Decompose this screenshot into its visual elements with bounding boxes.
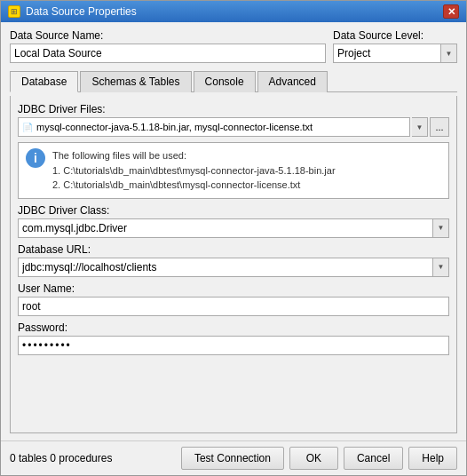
name-level-row: Data Source Name: Data Source Level: Pro… xyxy=(10,29,457,63)
level-dropdown-btn[interactable]: ▼ xyxy=(441,44,457,63)
cancel-button[interactable]: Cancel xyxy=(344,447,403,470)
bottom-bar: 0 tables 0 procedures Test Connection OK… xyxy=(1,440,466,475)
info-title: The following files will be used: xyxy=(52,148,336,163)
close-button[interactable]: ✕ xyxy=(443,4,459,19)
data-source-level-group: Data Source Level: Project Global ▼ xyxy=(333,29,457,63)
info-file2: 2. C:\tutorials\db_main\dbtest\mysql-con… xyxy=(52,178,336,193)
username-input[interactable] xyxy=(18,297,449,316)
chevron-down-icon: ▼ xyxy=(446,50,453,58)
ok-button[interactable]: OK xyxy=(289,447,338,470)
jdbc-class-dropdown-btn[interactable]: ▼ xyxy=(433,218,449,238)
password-section: Password: xyxy=(18,321,449,355)
title-bar: ⊞ Data Source Properties ✕ xyxy=(1,1,466,22)
chevron-down-icon: ▼ xyxy=(438,263,445,271)
db-url-row: jdbc:mysql://localhost/clients ▼ xyxy=(18,258,449,277)
tab-advanced[interactable]: Advanced xyxy=(257,71,328,92)
tab-console[interactable]: Console xyxy=(194,71,256,92)
chevron-down-icon: ▼ xyxy=(416,123,423,131)
jdbc-file-value: mysql-connector-java-5.1.18-bin.jar, mys… xyxy=(36,122,313,132)
button-row: Test Connection OK Cancel Help xyxy=(181,447,457,470)
help-button[interactable]: Help xyxy=(408,447,457,470)
data-source-name-group: Data Source Name: xyxy=(10,29,326,63)
password-input[interactable] xyxy=(18,336,449,355)
jdbc-file-input: 📄 mysql-connector-java-5.1.18-bin.jar, m… xyxy=(18,117,410,137)
password-label: Password: xyxy=(18,321,449,334)
db-url-label: Database URL: xyxy=(18,243,449,256)
jdbc-files-section: JDBC Driver Files: 📄 mysql-connector-jav… xyxy=(18,103,449,137)
jdbc-files-dropdown-btn[interactable]: ▼ xyxy=(412,117,428,137)
jdbc-class-select[interactable]: com.mysql.jdbc.Driver xyxy=(18,218,433,238)
tab-bar: Database Schemas & Tables Console Advanc… xyxy=(10,70,457,92)
window-body: Data Source Name: Data Source Level: Pro… xyxy=(1,22,466,440)
status-text: 0 tables 0 procedures xyxy=(10,452,112,464)
db-url-select[interactable]: jdbc:mysql://localhost/clients xyxy=(18,258,433,277)
test-connection-button[interactable]: Test Connection xyxy=(181,447,284,470)
info-file1: 1. C:\tutorials\db_main\dbtest\mysql-con… xyxy=(52,163,336,178)
data-source-name-label: Data Source Name: xyxy=(10,29,326,42)
jdbc-files-label: JDBC Driver Files: xyxy=(18,103,449,115)
info-box: i The following files will be used: 1. C… xyxy=(18,142,449,199)
tab-content-database: JDBC Driver Files: 📄 mysql-connector-jav… xyxy=(10,96,457,433)
db-url-dropdown-btn[interactable]: ▼ xyxy=(433,258,449,277)
tab-schemas-tables[interactable]: Schemas & Tables xyxy=(80,71,191,92)
jdbc-class-section: JDBC Driver Class: com.mysql.jdbc.Driver… xyxy=(18,204,449,238)
main-window: ⊞ Data Source Properties ✕ Data Source N… xyxy=(0,0,467,476)
window-title: Data Source Properties xyxy=(26,5,137,18)
jdbc-files-browse-btn[interactable]: ... xyxy=(430,117,449,137)
data-source-name-input[interactable] xyxy=(10,44,326,63)
tab-database[interactable]: Database xyxy=(10,71,78,92)
info-icon: i xyxy=(26,148,45,168)
db-url-section: Database URL: jdbc:mysql://localhost/cli… xyxy=(18,243,449,277)
chevron-down-icon: ▼ xyxy=(438,224,445,232)
title-bar-left: ⊞ Data Source Properties xyxy=(8,5,137,18)
jdbc-class-row: com.mysql.jdbc.Driver ▼ xyxy=(18,218,449,238)
file-icon: 📄 xyxy=(22,123,33,132)
jdbc-class-label: JDBC Driver Class: xyxy=(18,204,449,217)
username-label: User Name: xyxy=(18,282,449,295)
data-source-level-wrapper: Project Global ▼ xyxy=(333,44,457,63)
window-icon: ⊞ xyxy=(8,5,20,18)
data-source-level-select[interactable]: Project Global xyxy=(333,44,441,63)
data-source-level-label: Data Source Level: xyxy=(333,29,457,42)
username-section: User Name: xyxy=(18,282,449,316)
jdbc-files-row: 📄 mysql-connector-java-5.1.18-bin.jar, m… xyxy=(18,117,449,137)
info-text: The following files will be used: 1. C:\… xyxy=(52,148,336,193)
